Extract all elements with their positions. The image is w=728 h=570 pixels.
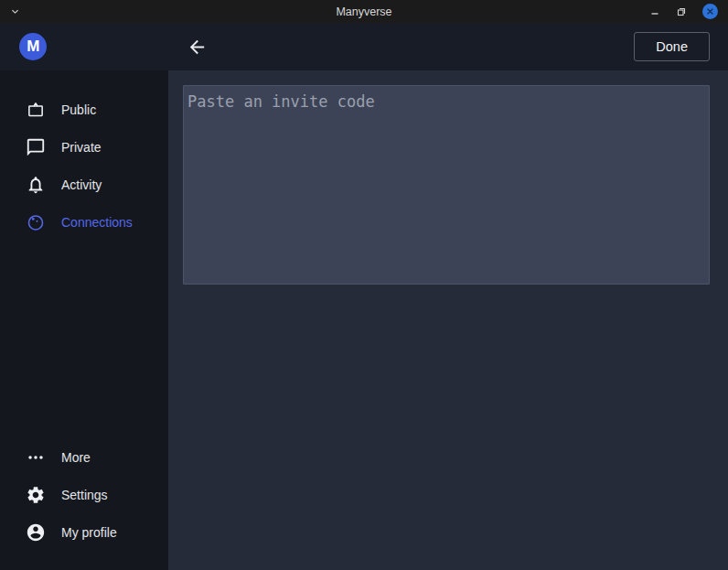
sidebar-item-label: More <box>61 450 91 465</box>
sidebar-top-group: Public Private Activity <box>0 70 168 241</box>
sidebar-item-label: Connections <box>61 215 133 230</box>
manyverse-window: Manyverse M Done <box>0 0 728 570</box>
done-button[interactable]: Done <box>634 32 710 61</box>
minimize-icon[interactable] <box>649 6 660 17</box>
sidebar-item-connections[interactable]: Connections <box>0 203 168 241</box>
invite-code-input[interactable] <box>183 85 710 285</box>
connections-swarm-icon <box>25 211 46 232</box>
window-title: Manyverse <box>0 5 728 18</box>
sidebar-item-settings[interactable]: Settings <box>0 476 168 513</box>
close-icon[interactable] <box>702 4 718 19</box>
main-content <box>168 70 728 570</box>
chevron-down-icon[interactable] <box>9 5 21 17</box>
back-button[interactable] <box>183 33 210 60</box>
sidebar-item-label: Public <box>61 102 96 117</box>
sidebar-item-more[interactable]: More <box>0 438 168 476</box>
gear-icon <box>25 484 46 505</box>
sidebar: Public Private Activity <box>0 70 168 570</box>
sidebar-item-my-profile[interactable]: My profile <box>0 513 168 551</box>
window-controls <box>649 4 728 19</box>
message-bubble-icon <box>25 136 46 157</box>
sidebar-item-label: Settings <box>61 488 108 502</box>
arrow-left-icon <box>187 37 208 58</box>
header-left: M <box>0 33 168 60</box>
app-header: M Done <box>0 23 728 70</box>
bell-icon <box>25 174 46 195</box>
sidebar-item-label: Private <box>61 140 102 155</box>
manyverse-logo: M <box>19 33 47 60</box>
sidebar-item-label: Activity <box>61 177 102 192</box>
sidebar-item-private[interactable]: Private <box>0 128 168 166</box>
body-row: Public Private Activity <box>0 70 728 570</box>
restore-icon[interactable] <box>676 6 687 17</box>
sidebar-bottom-group: More Settings My profile <box>0 438 168 570</box>
bulletin-board-icon <box>25 99 46 120</box>
sidebar-item-label: My profile <box>61 525 117 540</box>
ellipsis-icon <box>25 446 46 468</box>
person-circle-icon <box>25 522 46 543</box>
titlebar: Manyverse <box>0 0 728 23</box>
sidebar-item-public[interactable]: Public <box>0 91 168 128</box>
sidebar-item-activity[interactable]: Activity <box>0 166 168 203</box>
